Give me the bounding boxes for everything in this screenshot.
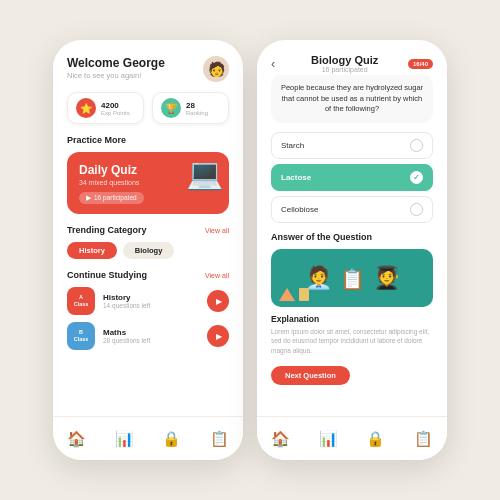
quiz-header: ‹ Biology Quiz 16 participated 16/40 bbox=[271, 54, 433, 73]
progress-badge: 16/40 bbox=[408, 59, 433, 69]
right-nav-stats[interactable]: 📊 bbox=[319, 430, 338, 448]
maths-icon: BClass bbox=[67, 322, 95, 350]
participated-badge: ▶ 16 participated bbox=[79, 192, 144, 204]
right-nav-lock[interactable]: 🔒 bbox=[366, 430, 385, 448]
quiz-illustration: 💻 bbox=[186, 156, 223, 191]
continue-title: Continue Studying bbox=[67, 270, 147, 280]
rank-card: 🏆 28 Ranking bbox=[152, 92, 229, 124]
welcome-section: Welcome George Nice to see you again! 🧑 bbox=[67, 56, 229, 82]
rank-label: Ranking bbox=[186, 110, 208, 116]
explanation-text: Lorem ipsum dolor sit amet, consectetur … bbox=[271, 327, 433, 356]
maths-questions-left: 28 questions left bbox=[103, 337, 199, 344]
option-lactose-text: Lactose bbox=[281, 173, 311, 182]
answer-section-title: Answer of the Question bbox=[271, 232, 433, 242]
welcome-text: Welcome George Nice to see you again! bbox=[67, 56, 165, 80]
triangle-shape bbox=[279, 288, 295, 301]
nav-list[interactable]: 📋 bbox=[210, 430, 229, 448]
history-icon: AClass bbox=[67, 287, 95, 315]
option-lactose[interactable]: Lactose ✓ bbox=[271, 164, 433, 191]
exp-label: Exp Points bbox=[101, 110, 130, 116]
next-question-button[interactable]: Next Question bbox=[271, 366, 350, 385]
back-button[interactable]: ‹ bbox=[271, 56, 275, 71]
rank-value: 28 bbox=[186, 101, 208, 110]
trending-view-all[interactable]: View all bbox=[205, 227, 229, 234]
stats-row: ⭐ 4200 Exp Points 🏆 28 Ranking bbox=[67, 92, 229, 124]
exp-icon: ⭐ bbox=[76, 98, 96, 118]
right-bottom-nav: 🏠 📊 🔒 📋 bbox=[257, 416, 447, 460]
trending-title: Trending Category bbox=[67, 225, 147, 235]
answer-illustration: 🧑‍💼 📋 🧑‍🎓 bbox=[271, 249, 433, 307]
quiz-title-group: Biology Quiz 16 participated bbox=[281, 54, 408, 73]
continue-header: Continue Studying View all bbox=[67, 270, 229, 280]
exp-value: 4200 bbox=[101, 101, 130, 110]
option-cellobiose-text: Cellobiose bbox=[281, 205, 318, 214]
nav-home[interactable]: 🏠 bbox=[67, 430, 86, 448]
explanation-title: Explanation bbox=[271, 314, 433, 324]
options-list: Starch Lactose ✓ Cellobiose bbox=[271, 132, 433, 223]
rank-icon: 🏆 bbox=[161, 98, 181, 118]
nav-lock[interactable]: 🔒 bbox=[162, 430, 181, 448]
welcome-subtitle: Nice to see you again! bbox=[67, 71, 165, 80]
option-starch-text: Starch bbox=[281, 141, 304, 150]
option-cellobiose[interactable]: Cellobiose bbox=[271, 196, 433, 223]
maths-play-btn[interactable]: ▶ bbox=[207, 325, 229, 347]
option-starch[interactable]: Starch bbox=[271, 132, 433, 159]
lactose-radio: ✓ bbox=[410, 171, 423, 184]
participated-label: 16 participated bbox=[94, 194, 137, 201]
right-phone: ‹ Biology Quiz 16 participated 16/40 Peo… bbox=[257, 40, 447, 460]
history-questions-left: 14 questions left bbox=[103, 302, 199, 309]
illustration-person2: 🧑‍🎓 bbox=[373, 265, 400, 291]
avatar: 🧑 bbox=[203, 56, 229, 82]
study-item-maths: BClass Maths 28 questions left ▶ bbox=[67, 322, 229, 350]
continue-view-all[interactable]: View all bbox=[205, 272, 229, 279]
history-subject-name: History bbox=[103, 293, 199, 302]
left-phone: Welcome George Nice to see you again! 🧑 … bbox=[53, 40, 243, 460]
maths-subject-name: Maths bbox=[103, 328, 199, 337]
category-pills: History Biology bbox=[67, 242, 229, 259]
study-item-history: AClass History 14 questions left ▶ bbox=[67, 287, 229, 315]
left-bottom-nav: 🏠 📊 🔒 📋 bbox=[53, 416, 243, 460]
nav-stats[interactable]: 📊 bbox=[115, 430, 134, 448]
trending-header: Trending Category View all bbox=[67, 225, 229, 235]
history-play-btn[interactable]: ▶ bbox=[207, 290, 229, 312]
right-nav-list[interactable]: 📋 bbox=[414, 430, 433, 448]
category-history[interactable]: History bbox=[67, 242, 117, 259]
quiz-participated: 16 participated bbox=[281, 66, 408, 73]
quiz-title: Biology Quiz bbox=[281, 54, 408, 66]
illustration-board: 📋 bbox=[340, 267, 365, 291]
question-text: People because they are hydrolyzed sugar… bbox=[280, 83, 424, 115]
cellobiose-radio bbox=[410, 203, 423, 216]
welcome-title: Welcome George bbox=[67, 56, 165, 70]
question-box: People because they are hydrolyzed sugar… bbox=[271, 75, 433, 123]
daily-quiz-card[interactable]: Daily Quiz 34 mixed questions ▶ 16 parti… bbox=[67, 152, 229, 214]
check-icon: ✓ bbox=[413, 173, 420, 182]
practice-more-title: Practice More bbox=[67, 135, 229, 145]
exp-card: ⭐ 4200 Exp Points bbox=[67, 92, 144, 124]
right-nav-home[interactable]: 🏠 bbox=[271, 430, 290, 448]
category-biology[interactable]: Biology bbox=[123, 242, 175, 259]
rect-shape bbox=[299, 288, 309, 301]
starch-radio bbox=[410, 139, 423, 152]
